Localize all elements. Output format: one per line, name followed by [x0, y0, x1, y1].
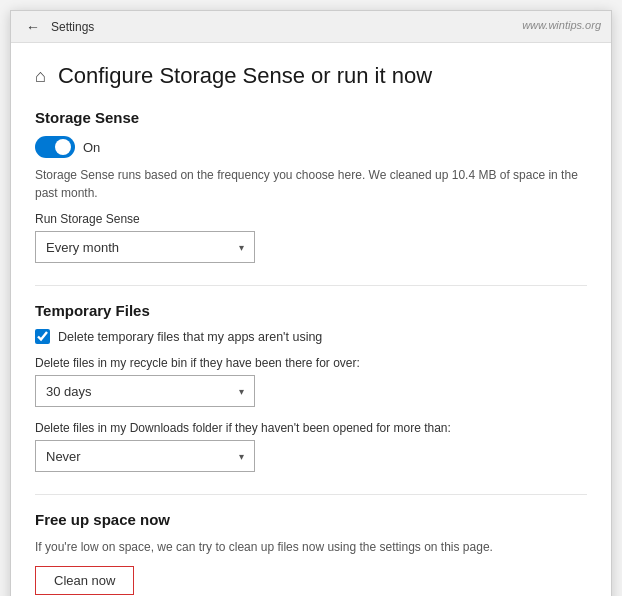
free-up-space-section: Free up space now If you're low on space… [35, 511, 587, 595]
run-storage-sense-value: Every month [46, 240, 119, 255]
downloads-label: Delete files in my Downloads folder if t… [35, 421, 587, 435]
page-header: ⌂ Configure Storage Sense or run it now [35, 63, 587, 89]
free-up-space-description: If you're low on space, we can try to cl… [35, 538, 587, 556]
divider-1 [35, 285, 587, 286]
delete-temp-row: Delete temporary files that my apps aren… [35, 329, 587, 344]
storage-sense-section: Storage Sense On Storage Sense runs base… [35, 109, 587, 263]
page-content: ⌂ Configure Storage Sense or run it now … [11, 43, 611, 596]
recycle-dropdown-arrow: ▾ [239, 386, 244, 397]
downloads-dropdown-arrow: ▾ [239, 451, 244, 462]
run-dropdown-arrow: ▾ [239, 242, 244, 253]
free-up-space-title: Free up space now [35, 511, 587, 528]
run-storage-sense-dropdown[interactable]: Every month ▾ [35, 231, 255, 263]
recycle-dropdown[interactable]: 30 days ▾ [35, 375, 255, 407]
downloads-value: Never [46, 449, 81, 464]
delete-temp-checkbox[interactable] [35, 329, 50, 344]
clean-now-button[interactable]: Clean now [35, 566, 134, 595]
toggle-on-label: On [83, 140, 100, 155]
storage-sense-title: Storage Sense [35, 109, 587, 126]
temporary-files-title: Temporary Files [35, 302, 587, 319]
storage-sense-toggle-row: On [35, 136, 587, 158]
recycle-label: Delete files in my recycle bin if they h… [35, 356, 587, 370]
toggle-slider [35, 136, 75, 158]
storage-sense-toggle[interactable] [35, 136, 75, 158]
page-title: Configure Storage Sense or run it now [58, 63, 432, 89]
settings-window: www.wintips.org ← Settings ⌂ Configure S… [10, 10, 612, 596]
home-icon[interactable]: ⌂ [35, 66, 46, 87]
downloads-dropdown[interactable]: Never ▾ [35, 440, 255, 472]
divider-2 [35, 494, 587, 495]
back-button[interactable]: ← [21, 15, 45, 39]
titlebar: ← Settings [11, 11, 611, 43]
top-watermark: www.wintips.org [522, 19, 601, 31]
storage-sense-description: Storage Sense runs based on the frequenc… [35, 166, 587, 202]
titlebar-title: Settings [51, 20, 94, 34]
delete-temp-label: Delete temporary files that my apps aren… [58, 330, 322, 344]
recycle-value: 30 days [46, 384, 92, 399]
temporary-files-section: Temporary Files Delete temporary files t… [35, 302, 587, 472]
run-storage-sense-label: Run Storage Sense [35, 212, 587, 226]
